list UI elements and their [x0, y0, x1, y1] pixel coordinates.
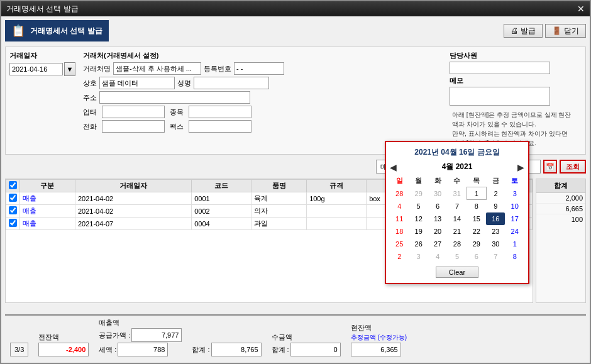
cal-day[interactable]: 12: [409, 212, 428, 225]
calendar-nav: ◀ 4월 2021 ▶: [390, 162, 524, 172]
cal-day[interactable]: 7: [447, 200, 467, 212]
cal-day[interactable]: 30: [428, 187, 447, 200]
collection-input[interactable]: [290, 343, 341, 356]
cal-day[interactable]: 31: [447, 187, 467, 200]
cal-week-5: 25 26 27 28 29 30 1: [390, 238, 524, 250]
cal-day[interactable]: 6: [467, 250, 486, 263]
row-checkbox-1[interactable]: [9, 194, 17, 202]
cal-day[interactable]: 17: [505, 212, 524, 225]
address-input[interactable]: [99, 91, 250, 104]
cal-next-button[interactable]: ▶: [517, 162, 524, 172]
memo-input[interactable]: [450, 87, 550, 106]
reg-no-input[interactable]: [234, 62, 284, 75]
calendar-grid: 일 월 화 수 목 금 토 28 29 30 31 1 2 3: [390, 175, 524, 263]
cal-day[interactable]: 6: [428, 200, 447, 212]
search-button[interactable]: 조회: [560, 160, 586, 174]
cal-header-thu: 목: [467, 175, 486, 187]
col-type: 구분: [20, 180, 75, 192]
prev-balance-label: 전잔액: [38, 333, 89, 342]
manager-input[interactable]: [450, 62, 550, 74]
cal-day[interactable]: 2: [486, 187, 505, 200]
cal-day[interactable]: 9: [486, 200, 505, 212]
row-date-1: 2021-04-02: [75, 192, 191, 205]
col-spec: 규격: [307, 180, 367, 192]
cal-prev-button[interactable]: ◀: [390, 162, 397, 172]
cal-day[interactable]: 4: [428, 250, 447, 263]
title-bar-text: 거래명세서 선택 발급: [6, 4, 79, 14]
summary-panel: 합계 2,000 6,665 100: [536, 179, 586, 303]
row-checkbox-2[interactable]: [9, 206, 17, 214]
total-input[interactable]: [211, 343, 262, 356]
cal-day[interactable]: 8: [467, 200, 486, 212]
cal-day[interactable]: 5: [447, 250, 467, 263]
cal-day[interactable]: 19: [409, 225, 428, 238]
cal-day[interactable]: 2: [390, 250, 409, 263]
cal-day[interactable]: 10: [505, 200, 524, 212]
row-name-1: 육계: [251, 192, 307, 205]
memo-label: 메모: [450, 76, 582, 85]
window-close-button[interactable]: ✕: [577, 4, 585, 14]
cal-day[interactable]: 20: [428, 225, 447, 238]
rep-name-label: 성명: [177, 79, 191, 88]
cal-day[interactable]: 22: [467, 225, 486, 238]
header-title: 거래명세서 선택 발급: [30, 26, 102, 36]
rep-name-input[interactable]: [194, 77, 269, 89]
supply-input[interactable]: [131, 328, 182, 342]
trade-date-dropdown[interactable]: ▼: [64, 62, 75, 76]
row-checkbox-3[interactable]: [9, 219, 17, 227]
cal-day[interactable]: 3: [409, 250, 428, 263]
industry-label: 업태: [83, 108, 97, 117]
balance-sublabel: 추정금액 (수정가능): [351, 333, 407, 342]
cal-day[interactable]: 28: [390, 187, 409, 200]
tax-input[interactable]: [118, 343, 168, 356]
cal-day[interactable]: 23: [486, 225, 505, 238]
item-input[interactable]: [189, 106, 251, 118]
cal-day[interactable]: 5: [409, 200, 428, 212]
balance-input[interactable]: [351, 343, 401, 356]
col-name: 품명: [251, 180, 307, 192]
company-name-input[interactable]: [99, 77, 175, 89]
cal-day[interactable]: 28: [447, 238, 467, 250]
summary-title: 합계: [536, 179, 585, 193]
cal-day[interactable]: 7: [486, 250, 505, 263]
partner-name-input[interactable]: [113, 62, 201, 75]
row-type-3: 매출: [20, 218, 75, 230]
row-name-2: 의자: [251, 205, 307, 218]
cal-icon-button2[interactable]: 📅: [543, 160, 557, 174]
trade-date-input[interactable]: [9, 63, 63, 75]
cal-day[interactable]: 14: [447, 212, 467, 225]
cal-day[interactable]: 26: [409, 238, 428, 250]
cal-day[interactable]: 24: [505, 225, 524, 238]
cal-day[interactable]: 3: [505, 187, 524, 200]
summary-value-2: 6,665: [536, 204, 585, 214]
cal-day[interactable]: 27: [428, 238, 447, 250]
select-all-checkbox[interactable]: [9, 181, 17, 189]
cal-day[interactable]: 13: [428, 212, 447, 225]
cal-day[interactable]: 29: [467, 238, 486, 250]
company-name-label: 상호: [83, 79, 97, 88]
cal-header-sat: 토: [505, 175, 524, 187]
close-button[interactable]: 🚪 닫기: [545, 24, 586, 38]
cal-day[interactable]: 18: [390, 225, 409, 238]
cal-day[interactable]: 25: [390, 238, 409, 250]
cal-day[interactable]: 29: [409, 187, 428, 200]
row-type-1: 매출: [20, 192, 75, 205]
industry-input[interactable]: [102, 106, 165, 118]
fax-label: 팩스: [170, 122, 184, 131]
prev-balance-input[interactable]: [38, 343, 89, 356]
cal-day[interactable]: 11: [390, 212, 409, 225]
cal-day[interactable]: 1: [467, 187, 486, 200]
phone-input[interactable]: [102, 120, 165, 133]
cal-day-selected[interactable]: 16: [486, 212, 505, 225]
cal-day[interactable]: 21: [447, 225, 467, 238]
cal-day[interactable]: 1: [505, 238, 524, 250]
cal-day[interactable]: 8: [505, 250, 524, 263]
cal-day[interactable]: 15: [467, 212, 486, 225]
calendar-clear-button[interactable]: Clear: [436, 267, 478, 278]
cal-week-2: 4 5 6 7 8 9 10: [390, 200, 524, 212]
fax-input[interactable]: [189, 120, 251, 133]
partner-name-label: 거래처명: [83, 64, 111, 74]
cal-day[interactable]: 4: [390, 200, 409, 212]
cal-day[interactable]: 30: [486, 238, 505, 250]
print-button[interactable]: 🖨 발급: [504, 24, 543, 38]
